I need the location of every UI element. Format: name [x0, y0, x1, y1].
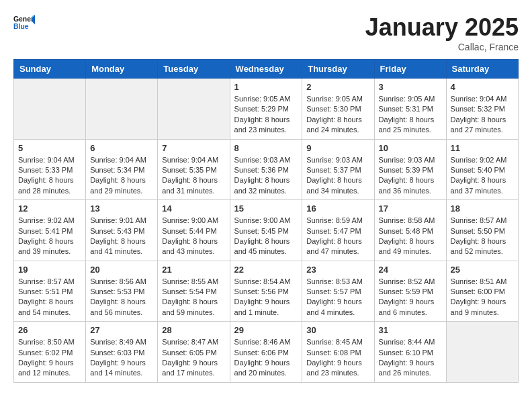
cell-content: Sunrise: 9:03 AM Sunset: 5:37 PM Dayligh…	[306, 155, 369, 197]
calendar-week-row: 26Sunrise: 8:50 AM Sunset: 6:02 PM Dayli…	[14, 322, 519, 383]
cell-content: Sunrise: 8:53 AM Sunset: 5:57 PM Dayligh…	[306, 277, 369, 318]
calendar-cell: 30Sunrise: 8:45 AM Sunset: 6:08 PM Dayli…	[302, 322, 374, 383]
weekday-header: Sunday	[14, 60, 86, 79]
logo: General Blue	[13, 13, 35, 32]
day-number: 19	[18, 265, 81, 275]
day-number: 28	[162, 325, 225, 335]
day-number: 8	[234, 143, 298, 153]
day-number: 14	[162, 203, 225, 214]
day-number: 10	[379, 143, 442, 153]
calendar-cell: 19Sunrise: 8:57 AM Sunset: 5:51 PM Dayli…	[14, 261, 86, 322]
calendar-cell: 9Sunrise: 9:03 AM Sunset: 5:37 PM Daylig…	[302, 139, 374, 200]
day-number: 17	[379, 203, 442, 214]
calendar-cell: 20Sunrise: 8:56 AM Sunset: 5:53 PM Dayli…	[86, 261, 158, 322]
day-number: 11	[451, 143, 514, 153]
day-number: 20	[90, 265, 153, 275]
cell-content: Sunrise: 8:44 AM Sunset: 6:10 PM Dayligh…	[379, 337, 442, 379]
calendar-cell: 24Sunrise: 8:52 AM Sunset: 5:59 PM Dayli…	[374, 261, 446, 322]
calendar-cell	[14, 79, 86, 140]
cell-content: Sunrise: 8:58 AM Sunset: 5:48 PM Dayligh…	[379, 216, 442, 257]
calendar-cell: 10Sunrise: 9:03 AM Sunset: 5:39 PM Dayli…	[374, 139, 446, 200]
day-number: 21	[162, 265, 225, 275]
cell-content: Sunrise: 9:00 AM Sunset: 5:45 PM Dayligh…	[234, 216, 298, 257]
cell-content: Sunrise: 8:59 AM Sunset: 5:47 PM Dayligh…	[306, 216, 369, 257]
calendar-week-row: 19Sunrise: 8:57 AM Sunset: 5:51 PM Dayli…	[14, 261, 519, 322]
calendar-cell: 16Sunrise: 8:59 AM Sunset: 5:47 PM Dayli…	[302, 200, 374, 261]
cell-content: Sunrise: 9:02 AM Sunset: 5:41 PM Dayligh…	[18, 216, 81, 257]
cell-content: Sunrise: 8:46 AM Sunset: 6:06 PM Dayligh…	[234, 337, 298, 379]
cell-content: Sunrise: 8:50 AM Sunset: 6:02 PM Dayligh…	[18, 337, 81, 379]
calendar-cell: 27Sunrise: 8:49 AM Sunset: 6:03 PM Dayli…	[86, 322, 158, 383]
calendar-cell: 29Sunrise: 8:46 AM Sunset: 6:06 PM Dayli…	[230, 322, 302, 383]
cell-content: Sunrise: 9:04 AM Sunset: 5:33 PM Dayligh…	[18, 155, 81, 197]
location: Callac, France	[365, 42, 519, 52]
day-number: 3	[379, 82, 442, 92]
calendar-cell: 6Sunrise: 9:04 AM Sunset: 5:34 PM Daylig…	[86, 139, 158, 200]
calendar-week-row: 5Sunrise: 9:04 AM Sunset: 5:33 PM Daylig…	[14, 139, 519, 200]
cell-content: Sunrise: 8:51 AM Sunset: 6:00 PM Dayligh…	[451, 277, 514, 318]
day-number: 18	[451, 203, 514, 214]
cell-content: Sunrise: 9:03 AM Sunset: 5:39 PM Dayligh…	[379, 155, 442, 197]
calendar-cell: 22Sunrise: 8:54 AM Sunset: 5:56 PM Dayli…	[230, 261, 302, 322]
weekday-header: Tuesday	[158, 60, 230, 79]
day-number: 30	[306, 325, 369, 335]
cell-content: Sunrise: 8:45 AM Sunset: 6:08 PM Dayligh…	[306, 337, 369, 379]
calendar-cell	[158, 79, 230, 140]
calendar-cell: 5Sunrise: 9:04 AM Sunset: 5:33 PM Daylig…	[14, 139, 86, 200]
calendar-cell: 15Sunrise: 9:00 AM Sunset: 5:45 PM Dayli…	[230, 200, 302, 261]
calendar-cell: 2Sunrise: 9:05 AM Sunset: 5:30 PM Daylig…	[302, 79, 374, 140]
weekday-header: Saturday	[446, 60, 518, 79]
cell-content: Sunrise: 8:47 AM Sunset: 6:05 PM Dayligh…	[162, 337, 225, 379]
logo-icon: General Blue	[13, 13, 35, 32]
day-number: 12	[18, 203, 81, 214]
day-number: 15	[234, 203, 298, 214]
cell-content: Sunrise: 8:57 AM Sunset: 5:51 PM Dayligh…	[18, 277, 81, 318]
day-number: 24	[379, 265, 442, 275]
month-title: January 2025	[365, 13, 519, 42]
cell-content: Sunrise: 8:56 AM Sunset: 5:53 PM Dayligh…	[90, 277, 153, 318]
calendar-week-row: 12Sunrise: 9:02 AM Sunset: 5:41 PM Dayli…	[14, 200, 519, 261]
day-number: 7	[162, 143, 225, 153]
calendar-cell: 13Sunrise: 9:01 AM Sunset: 5:43 PM Dayli…	[86, 200, 158, 261]
day-number: 4	[451, 82, 514, 92]
calendar-table: SundayMondayTuesdayWednesdayThursdayFrid…	[13, 59, 519, 383]
day-number: 23	[306, 265, 369, 275]
calendar-cell: 26Sunrise: 8:50 AM Sunset: 6:02 PM Dayli…	[14, 322, 86, 383]
weekday-header: Monday	[86, 60, 158, 79]
day-number: 27	[90, 325, 153, 335]
calendar-cell: 3Sunrise: 9:05 AM Sunset: 5:31 PM Daylig…	[374, 79, 446, 140]
calendar-cell: 25Sunrise: 8:51 AM Sunset: 6:00 PM Dayli…	[446, 261, 518, 322]
calendar-cell: 7Sunrise: 9:04 AM Sunset: 5:35 PM Daylig…	[158, 139, 230, 200]
calendar-cell: 12Sunrise: 9:02 AM Sunset: 5:41 PM Dayli…	[14, 200, 86, 261]
calendar-cell	[446, 322, 518, 383]
calendar-cell: 4Sunrise: 9:04 AM Sunset: 5:32 PM Daylig…	[446, 79, 518, 140]
svg-text:Blue: Blue	[13, 23, 29, 30]
day-number: 13	[90, 203, 153, 214]
cell-content: Sunrise: 8:54 AM Sunset: 5:56 PM Dayligh…	[234, 277, 298, 318]
cell-content: Sunrise: 9:02 AM Sunset: 5:40 PM Dayligh…	[451, 155, 514, 197]
cell-content: Sunrise: 8:57 AM Sunset: 5:50 PM Dayligh…	[451, 216, 514, 257]
cell-content: Sunrise: 8:55 AM Sunset: 5:54 PM Dayligh…	[162, 277, 225, 318]
calendar-cell: 1Sunrise: 9:05 AM Sunset: 5:29 PM Daylig…	[230, 79, 302, 140]
day-number: 1	[234, 82, 298, 92]
calendar-cell	[86, 79, 158, 140]
cell-content: Sunrise: 9:05 AM Sunset: 5:29 PM Dayligh…	[234, 94, 298, 136]
calendar-cell: 17Sunrise: 8:58 AM Sunset: 5:48 PM Dayli…	[374, 200, 446, 261]
cell-content: Sunrise: 8:49 AM Sunset: 6:03 PM Dayligh…	[90, 337, 153, 379]
weekday-header: Wednesday	[230, 60, 302, 79]
cell-content: Sunrise: 8:52 AM Sunset: 5:59 PM Dayligh…	[379, 277, 442, 318]
calendar-week-row: 1Sunrise: 9:05 AM Sunset: 5:29 PM Daylig…	[14, 79, 519, 140]
day-number: 16	[306, 203, 369, 214]
calendar-cell: 14Sunrise: 9:00 AM Sunset: 5:44 PM Dayli…	[158, 200, 230, 261]
weekday-header-row: SundayMondayTuesdayWednesdayThursdayFrid…	[14, 60, 519, 79]
cell-content: Sunrise: 9:05 AM Sunset: 5:30 PM Dayligh…	[306, 94, 369, 136]
cell-content: Sunrise: 9:01 AM Sunset: 5:43 PM Dayligh…	[90, 216, 153, 257]
calendar-cell: 11Sunrise: 9:02 AM Sunset: 5:40 PM Dayli…	[446, 139, 518, 200]
calendar-header: General Blue January 2025 Callac, France	[13, 13, 519, 52]
calendar-cell: 21Sunrise: 8:55 AM Sunset: 5:54 PM Dayli…	[158, 261, 230, 322]
day-number: 26	[18, 325, 81, 335]
day-number: 22	[234, 265, 298, 275]
calendar-cell: 23Sunrise: 8:53 AM Sunset: 5:57 PM Dayli…	[302, 261, 374, 322]
day-number: 5	[18, 143, 81, 153]
cell-content: Sunrise: 9:04 AM Sunset: 5:35 PM Dayligh…	[162, 155, 225, 197]
